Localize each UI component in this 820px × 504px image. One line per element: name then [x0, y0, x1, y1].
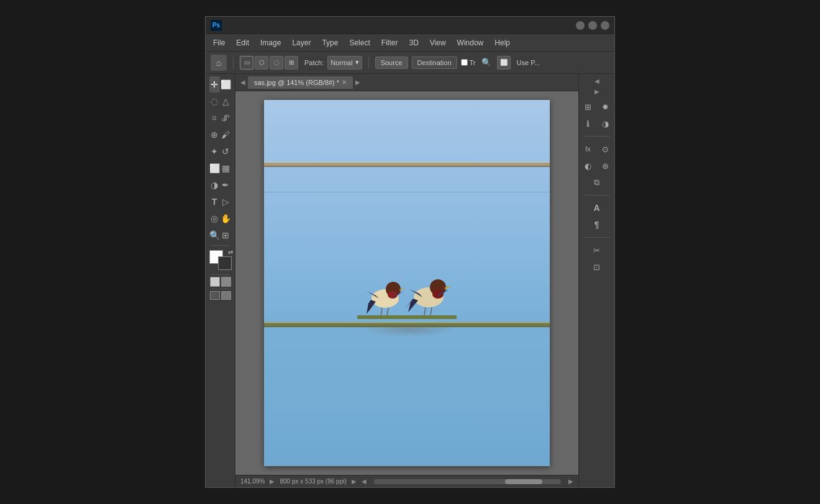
screen-mode-buttons [210, 291, 231, 300]
minimize-button[interactable]: ─ [576, 21, 585, 30]
type-tool[interactable]: T [209, 194, 220, 210]
transform-check[interactable]: Tr [461, 59, 476, 66]
marquee-alt-tool[interactable]: ⊞ [221, 227, 231, 243]
patch-mode-dropdown[interactable]: Normal ▾ [327, 56, 362, 70]
patch-lasso-button[interactable]: ◌ [270, 56, 283, 70]
options-bar: ⌂ ▭ ⬡ ◌ ⊞ Patch: Normal ▾ Source Destina… [206, 52, 614, 74]
clone-stamp-tool[interactable]: ✦ [209, 143, 220, 160]
panel-row-1: ⊞ ✸ [580, 99, 614, 115]
gradient-tool[interactable]: ▦ [221, 160, 231, 176]
ps-logo-icon: Ps [211, 20, 222, 31]
color-swatches[interactable]: ⇄ [209, 250, 232, 270]
app-window: Ps ─ □ ✕ File Edit Image Layer Type Sele… [205, 16, 615, 488]
menu-select[interactable]: Select [344, 37, 375, 49]
right-panel-expand[interactable]: ▶ [592, 87, 602, 96]
home-button[interactable]: ⌂ [211, 55, 227, 71]
status-nav-left[interactable]: ◀ [362, 478, 367, 485]
source-radio[interactable]: Source [375, 56, 408, 69]
panel-row-2: ℹ ◑ [580, 115, 614, 132]
switch-colors-icon[interactable]: ⇄ [228, 249, 233, 256]
character-icon[interactable]: A [589, 200, 605, 216]
properties-icon[interactable]: ✸ [598, 99, 614, 115]
channels-icon[interactable]: fx [580, 141, 596, 157]
hand-tool[interactable]: ✋ [221, 210, 231, 227]
panel-group-2: fx ⊙ ◐ ⊛ ⧉ [579, 140, 614, 192]
history-icon[interactable]: ⊡ [589, 259, 605, 275]
toolbar-divider-2 [211, 274, 230, 275]
clone-pair: ✦ ↺ [209, 143, 232, 160]
fullscreen-button[interactable] [221, 291, 231, 300]
horizontal-scrollbar[interactable] [374, 479, 561, 484]
actions-icon[interactable]: ✂ [589, 242, 605, 258]
crop-pair: ⌗ 🖇 [209, 110, 232, 126]
status-nav-right[interactable]: ▶ [568, 478, 573, 485]
history-brush-tool[interactable]: ↺ [221, 143, 231, 160]
status-arrow-right[interactable]: ▶ [352, 478, 357, 485]
toolbar-divider-1 [211, 245, 230, 246]
menu-type[interactable]: Type [317, 37, 343, 49]
quick-mask-button[interactable] [221, 277, 231, 287]
image-dimensions: 800 px x 533 px (96 ppi) [280, 478, 346, 485]
paragraph-icon[interactable]: ¶ [589, 217, 605, 233]
standard-mode-button[interactable] [210, 277, 220, 287]
menu-image[interactable]: Image [255, 37, 286, 49]
menu-window[interactable]: Window [452, 37, 489, 49]
spot-healing-tool[interactable]: ⊕ [209, 127, 220, 143]
close-button[interactable]: ✕ [601, 21, 609, 30]
menu-filter[interactable]: Filter [376, 37, 403, 49]
patch-label: Patch: [304, 59, 324, 66]
menu-view[interactable]: View [425, 37, 451, 49]
adjustments-icon[interactable]: ◑ [598, 115, 614, 132]
lasso-tool[interactable]: ◌ [209, 93, 220, 109]
background-color[interactable] [218, 256, 232, 270]
rectangular-marquee-tool[interactable]: ⬜ [221, 76, 231, 92]
menu-help[interactable]: Help [490, 37, 515, 49]
quick-select-tool[interactable]: △ [221, 93, 231, 109]
menu-file[interactable]: File [208, 37, 230, 49]
patch-rect-button[interactable]: ▭ [240, 56, 253, 70]
menu-3d[interactable]: 3D [404, 37, 423, 49]
destination-radio[interactable]: Destination [412, 56, 457, 69]
search-icon[interactable]: 🔍 [480, 56, 493, 70]
artboards-icon[interactable]: ⧉ [589, 174, 605, 191]
move-tool[interactable]: ✛ [209, 76, 220, 92]
right-panel-collapse[interactable]: ◀ [592, 76, 602, 86]
lasso-pair: ◌ △ [209, 93, 232, 109]
eye-tool[interactable]: ◎ [209, 210, 220, 227]
brush-tool[interactable]: 🖌 [221, 127, 231, 143]
path-selection-tool[interactable]: ▷ [221, 194, 231, 210]
pen-tool[interactable]: ✒ [221, 177, 231, 193]
panel-row-4: ◐ ⊛ [580, 158, 614, 174]
layers-icon[interactable]: ⊙ [598, 141, 614, 157]
canvas-container[interactable] [235, 91, 578, 475]
menu-edit[interactable]: Edit [231, 37, 254, 49]
patch-select-button[interactable]: ⊞ [285, 56, 298, 70]
info-icon[interactable]: ℹ [580, 115, 596, 132]
title-bar: Ps ─ □ ✕ [206, 17, 614, 34]
title-bar-left: Ps [211, 20, 222, 31]
toolbar-divider-3 [211, 289, 230, 289]
eraser-tool[interactable]: ⬜ [209, 160, 220, 176]
paths-icon[interactable]: ⊛ [598, 158, 614, 174]
svg-rect-10 [357, 315, 457, 319]
zoom-tool[interactable]: 🔍 [209, 227, 220, 243]
libraries-icon[interactable]: ⊞ [580, 99, 596, 115]
dodge-tool[interactable]: ◑ [209, 177, 220, 193]
collapse-right-icon[interactable]: ▶ [353, 78, 363, 87]
collapse-left-icon[interactable]: ◀ [238, 78, 248, 87]
canvas-button[interactable]: ⬜ [497, 56, 511, 70]
close-tab-icon[interactable]: ✕ [342, 79, 347, 86]
masks-icon[interactable]: ◐ [580, 158, 596, 174]
document-tab[interactable]: sas.jpg @ 141% (RGB/8#) * ✕ [248, 76, 353, 89]
standard-screen-button[interactable] [210, 291, 220, 300]
crop-tool[interactable]: ⌗ [209, 110, 220, 126]
eyedropper-tool[interactable]: 🖇 [221, 110, 231, 126]
menu-layer[interactable]: Layer [287, 37, 316, 49]
status-arrow-left[interactable]: ▶ [270, 478, 275, 485]
menu-bar: File Edit Image Layer Type Select Filter… [206, 34, 614, 52]
maximize-button[interactable]: □ [588, 21, 597, 30]
tab-bar: ◀ sas.jpg @ 141% (RGB/8#) * ✕ ▶ [235, 74, 578, 91]
patch-shape-button[interactable]: ⬡ [255, 56, 268, 70]
scrollbar-thumb[interactable] [505, 479, 542, 484]
patch-mode-value: Normal [330, 59, 352, 66]
